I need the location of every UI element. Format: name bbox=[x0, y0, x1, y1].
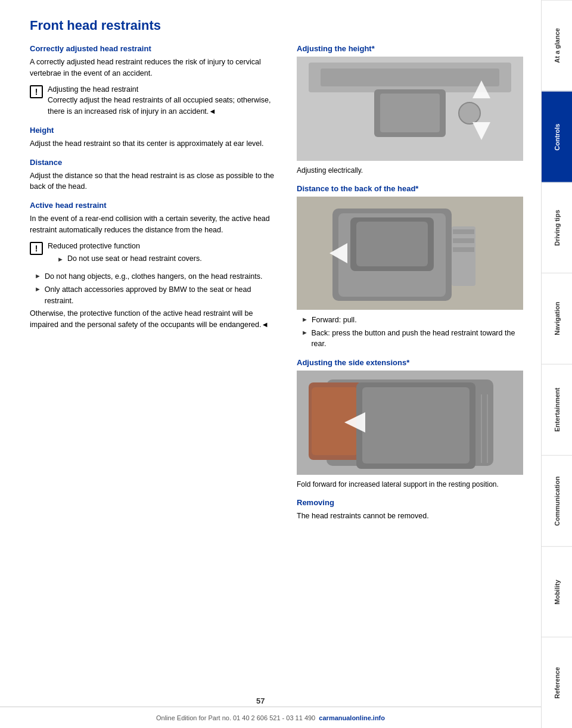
arrow-icon-back: ► bbox=[301, 329, 307, 336]
height-body: Adjust the head restraint so that its ce… bbox=[30, 138, 279, 150]
image-side-extensions bbox=[297, 371, 523, 475]
bullet-forward: ► Forward: pull. bbox=[297, 315, 523, 326]
warning-box-2: ! Reduced protective function ► Do not u… bbox=[30, 241, 279, 267]
correct-body: A correctly adjusted head restraint redu… bbox=[30, 57, 279, 79]
page-container: Front head restraints Correctly adjusted… bbox=[0, 0, 572, 728]
bullet-no-hangers: ► Do not hang objects, e.g., clothes han… bbox=[30, 271, 279, 282]
image-adjusting-height bbox=[297, 57, 523, 161]
svg-rect-15 bbox=[453, 238, 474, 243]
footer: Online Edition for Part no. 01 40 2 606 … bbox=[0, 707, 541, 728]
warning-icon-2: ! bbox=[30, 242, 43, 255]
section-heading-distance: Distance bbox=[30, 158, 279, 167]
sidebar-item-entertainment[interactable]: Entertainment bbox=[542, 364, 572, 455]
arrow-icon-3: ► bbox=[35, 285, 41, 293]
bullet-no-covers-text: Do not use seat or head restraint covers… bbox=[67, 253, 202, 265]
sidebar-item-communication[interactable]: Communication bbox=[542, 455, 572, 546]
warning-icon-1: ! bbox=[30, 85, 43, 98]
svg-rect-16 bbox=[453, 247, 474, 252]
arrow-icon-2: ► bbox=[35, 272, 41, 279]
section-heading-correct: Correctly adjusted head restraint bbox=[30, 44, 279, 53]
warning-text-2: Reduced protective function ► Do not use… bbox=[48, 241, 202, 267]
sidebar: At a glance Controls Driving tips Naviga… bbox=[541, 0, 572, 728]
footer-brand: carmanualonline.info bbox=[319, 714, 385, 721]
bullet-accessories-text: Only attach accessories approved by BMW … bbox=[45, 284, 279, 307]
bullet-forward-text: Forward: pull. bbox=[312, 315, 357, 326]
page-number: 57 bbox=[256, 696, 265, 705]
sidebar-item-reference[interactable]: Reference bbox=[542, 637, 572, 728]
section-heading-height: Height bbox=[30, 126, 279, 135]
sidebar-item-at-a-glance[interactable]: At a glance bbox=[542, 0, 572, 91]
section-heading-distance-head: Distance to the back of the head* bbox=[297, 184, 523, 193]
image-height-svg bbox=[297, 57, 523, 161]
image-side-ext-svg bbox=[297, 371, 523, 475]
image-distance-svg bbox=[297, 197, 523, 310]
arrow-icon-forward: ► bbox=[301, 316, 308, 323]
section-heading-adj-height: Adjusting the height* bbox=[297, 44, 523, 53]
warning-label-2: Reduced protective function bbox=[48, 242, 140, 250]
warning-label-1: Adjusting the head restraint bbox=[48, 85, 138, 94]
right-column: Adjusting the height* bbox=[297, 44, 523, 527]
section-heading-removing: Removing bbox=[297, 498, 523, 507]
svg-rect-12 bbox=[356, 222, 428, 266]
caption-adjusting-electrically: Adjusting electrically. bbox=[297, 166, 523, 176]
svg-rect-4 bbox=[380, 94, 440, 132]
warning-text-1: Adjusting the head restraint Correctly a… bbox=[48, 84, 279, 117]
left-column: Correctly adjusted head restraint A corr… bbox=[30, 44, 279, 527]
bullet-back: ► Back: press the button and push the he… bbox=[297, 328, 523, 350]
caption-side-extensions: Fold forward for increased lateral suppo… bbox=[297, 480, 523, 490]
sidebar-item-driving-tips[interactable]: Driving tips bbox=[542, 182, 572, 273]
sidebar-item-navigation[interactable]: Navigation bbox=[542, 273, 572, 364]
svg-point-5 bbox=[459, 102, 480, 124]
section-heading-side-ext: Adjusting the side extensions* bbox=[297, 358, 523, 367]
bullet-no-covers: ► Do not use seat or head restraint cove… bbox=[48, 253, 202, 265]
distance-body: Adjust the distance so that the head res… bbox=[30, 170, 279, 193]
bullet-no-hangers-text: Do not hang objects, e.g., clothes hange… bbox=[45, 271, 263, 282]
image-distance-head bbox=[297, 197, 523, 310]
arrow-icon-1: ► bbox=[57, 254, 64, 265]
svg-rect-2 bbox=[321, 69, 499, 86]
main-content: Front head restraints Correctly adjusted… bbox=[0, 0, 541, 728]
bullet-accessories: ► Only attach accessories approved by BM… bbox=[30, 284, 279, 307]
section-heading-active: Active head restraint bbox=[30, 201, 279, 210]
warning-box-1: ! Adjusting the head restraint Correctly… bbox=[30, 84, 279, 117]
page-title: Front head restraints bbox=[30, 18, 523, 33]
bullet-back-text: Back: press the button and push the head… bbox=[311, 328, 523, 350]
footer-text: Online Edition for Part no. 01 40 2 606 … bbox=[156, 714, 315, 721]
active-warning-body: Otherwise, the protective function of th… bbox=[30, 308, 279, 331]
active-body: In the event of a rear-end collision wit… bbox=[30, 213, 279, 236]
svg-rect-23 bbox=[362, 387, 470, 463]
sidebar-item-mobility[interactable]: Mobility bbox=[542, 546, 572, 637]
sidebar-item-controls[interactable]: Controls bbox=[542, 91, 572, 182]
warning-body-1: Correctly adjust the head restraints of … bbox=[48, 96, 271, 116]
removing-body: The head restraints cannot be removed. bbox=[297, 511, 523, 522]
two-col-layout: Correctly adjusted head restraint A corr… bbox=[30, 44, 523, 527]
svg-rect-14 bbox=[453, 229, 474, 234]
svg-rect-13 bbox=[452, 226, 475, 286]
